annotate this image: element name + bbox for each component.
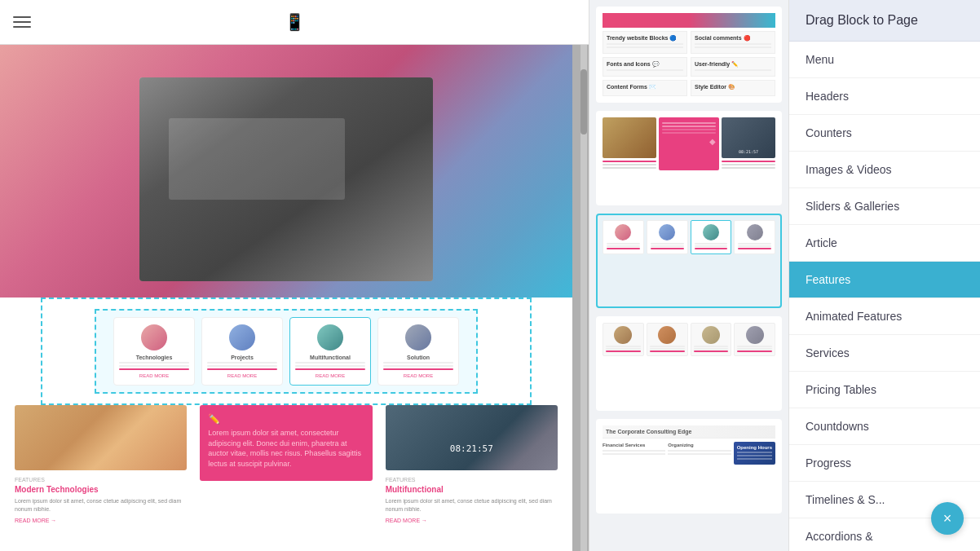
card-line-p1: [207, 362, 277, 364]
preview-block-consulting[interactable]: The Corporate Consulting Edge Financial …: [596, 419, 782, 514]
pb1-row: Trendy website Blocks 🔵 Social comments …: [603, 31, 775, 54]
preview-block-features-large-inner: [603, 323, 775, 404]
sidebar-item-headers[interactable]: Headers: [789, 78, 980, 115]
avatar-solution: [405, 324, 431, 350]
sidebar-item-features[interactable]: Features: [789, 262, 980, 298]
read-more-technologies: READ MORE: [119, 373, 189, 378]
sidebar-item-pricing-tables[interactable]: Pricing Tables: [789, 372, 980, 408]
pb3-avatar-3: [703, 224, 719, 240]
sidebar-item-article[interactable]: Article: [789, 225, 980, 262]
pb1-col2-title: Social comments 🔴: [695, 35, 771, 42]
card-line-1: [119, 362, 189, 364]
card-tag-1: FEATURES: [15, 477, 187, 483]
sidebar-item-progress[interactable]: Progress: [789, 445, 980, 482]
hero-image: [139, 77, 433, 281]
sidebar-item-countdowns[interactable]: Countdowns: [789, 408, 980, 445]
canvas-scrollbar[interactable]: [580, 45, 587, 551]
pb1-col1-title: Trendy website Blocks 🔵: [607, 35, 683, 42]
pb4-line-1a: [606, 346, 641, 347]
pb1-col3-title: Fonts and Icons 💬: [607, 61, 683, 68]
pb4-card-1: [603, 323, 644, 356]
pb3-line-1c: [607, 248, 640, 249]
features-block-selected: Technologies READ MORE Projects READ MOR…: [95, 309, 478, 394]
feature-card-solution[interactable]: Solution READ MORE: [377, 317, 459, 386]
card-line-s1: [383, 362, 453, 364]
card-multifunctional: 08:21:57 FEATURES Multifunctional Lorem …: [379, 405, 564, 531]
preview-block-features-inner: [603, 220, 775, 302]
feature-card-projects[interactable]: Projects READ MORE: [201, 317, 283, 386]
pb1-col-6: Style Editor 🎨: [691, 80, 775, 96]
sidebar-item-menu[interactable]: Menu: [789, 42, 980, 78]
card-pink: ✏️ Lorem ipsum dolor sit amet, consectet…: [193, 405, 378, 531]
pb3-avatar-2: [659, 224, 675, 240]
card-title-modern: Modern Technologies: [15, 485, 187, 494]
hero-section: LEARN MORE: [0, 45, 572, 298]
pb1-row3: Content Forms ✉️ Style Editor 🎨: [603, 80, 775, 96]
pb3-avatar-1: [615, 224, 631, 240]
avatar-technologies: [141, 324, 167, 350]
card-line-m1: [295, 362, 365, 364]
card-modern-technologies: FEATURES Modern Technologies Lorem ipsum…: [8, 405, 193, 531]
diamond-icon: ◆: [360, 505, 371, 523]
card-text-multi: Lorem ipsum dolor sit amet, conse ctetue…: [386, 497, 558, 514]
read-more-modern[interactable]: READ MORE →: [15, 518, 187, 523]
pb5-header-text: The Corporate Consulting Edge: [603, 425, 775, 439]
pb4-avatar-3: [702, 326, 720, 344]
pb3-line-1a: [607, 243, 640, 245]
read-more-projects: READ MORE: [207, 373, 277, 378]
pb5-hours-box: Opening Hours: [734, 442, 775, 465]
pb3-line-4a: [738, 243, 771, 245]
card-tag-3: FEATURES: [386, 477, 558, 483]
card-line-s2: [383, 365, 453, 367]
pb1-banner: [603, 13, 775, 28]
pb3-line-3c: [695, 248, 728, 249]
card-title-technologies: Technologies: [119, 355, 189, 360]
preview-block-consulting-inner: The Corporate Consulting Edge Financial …: [603, 425, 775, 507]
preview-block-features-large[interactable]: [596, 316, 782, 411]
card-line-m2: [295, 365, 365, 367]
sidebar-item-counters[interactable]: Counters: [789, 115, 980, 152]
drag-header: Drag Block to Page: [789, 0, 980, 42]
pb3-card-4: [734, 220, 775, 254]
pb3-card-3: [691, 220, 732, 254]
pb4-card-4: [734, 323, 775, 356]
pb4-line-2a: [650, 346, 685, 347]
pb1-row2: Fonts and Icons 💬 User-friendly ✏️: [603, 57, 775, 77]
card-title-multi: Multifunctional: [386, 485, 558, 494]
pb4-line-1c: [606, 350, 641, 352]
card-title-multifunctional: Multifunctional: [295, 355, 365, 360]
pb2-card-1: [603, 117, 656, 170]
canvas-scroll-thumb[interactable]: [580, 69, 587, 134]
feature-card-technologies[interactable]: Technologies READ MORE: [113, 317, 195, 386]
preview-block-social[interactable]: Trendy website Blocks 🔵 Social comments …: [596, 7, 782, 103]
preview-block-social-inner: Trendy website Blocks 🔵 Social comments …: [603, 13, 775, 96]
sidebar-item-services[interactable]: Services: [789, 335, 980, 372]
pencil-icon: ✏️: [208, 413, 364, 425]
pb1-col5-title: Content Forms ✉️: [607, 84, 683, 90]
pb3-line-1b: [607, 245, 640, 247]
sidebar-item-animated-features[interactable]: Animated Features: [789, 298, 980, 335]
feature-card-multifunctional[interactable]: Multifunctional READ MORE: [289, 317, 371, 386]
card-line-3: [119, 368, 189, 370]
preview-block-blog[interactable]: ◆ 08:21:57: [596, 111, 782, 205]
read-more-multi[interactable]: READ MORE →: [386, 518, 558, 523]
pb4-line-3b: [694, 348, 729, 350]
pb5-col2-title: Organizing: [668, 442, 731, 448]
preview-block-features-selected[interactable]: [596, 214, 782, 308]
laptop-image: [139, 77, 433, 281]
person-image: [15, 405, 187, 470]
device-icon[interactable]: 📱: [285, 12, 305, 32]
pb3-line-2c: [651, 248, 684, 249]
pb4-line-1b: [606, 348, 641, 350]
card-line-2: [119, 365, 189, 367]
pb1-col-1: Trendy website Blocks 🔵: [603, 31, 687, 54]
close-button[interactable]: ×: [931, 502, 964, 535]
hamburger-menu[interactable]: [13, 16, 31, 28]
pb2-cards: ◆ 08:21:57: [603, 117, 775, 170]
card-image-laptop: 08:21:57: [386, 405, 558, 470]
sidebar-item-images-videos[interactable]: Images & Videos: [789, 152, 980, 188]
pb2-card-2: ◆: [659, 117, 719, 170]
laptop-image-card: 08:21:57: [386, 405, 558, 470]
pb4-line-2b: [650, 348, 685, 350]
sidebar-item-sliders[interactable]: Sliders & Galleries: [789, 188, 980, 225]
